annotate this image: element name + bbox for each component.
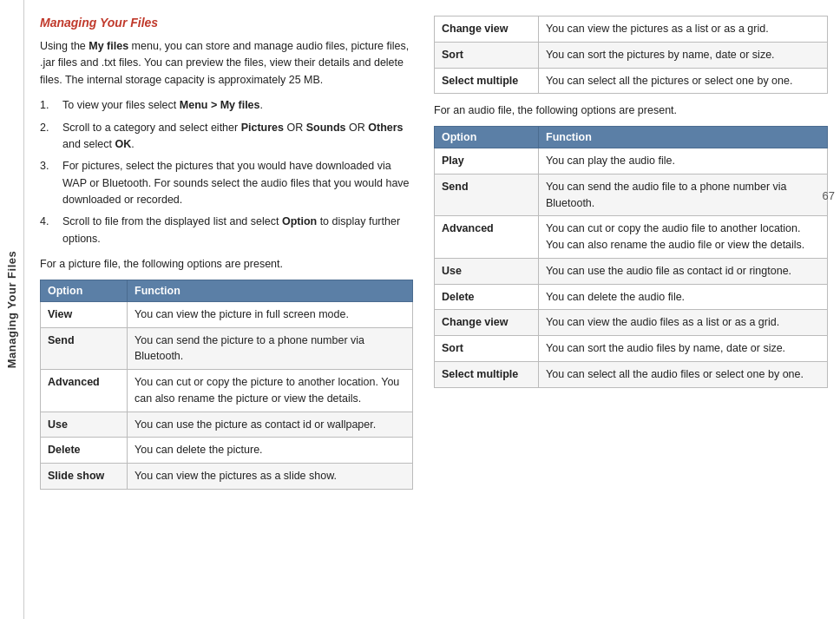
table-row: Play You can play the audio file. [435, 148, 828, 175]
function-change-view: You can view the pictures as a list or a… [539, 16, 828, 43]
option-delete-audio: Delete [435, 284, 539, 310]
option-send: Send [41, 327, 128, 370]
option-change-view: Change view [435, 16, 539, 43]
table-row: Select multiple You can select all the a… [435, 361, 828, 387]
function-view: You can view the picture in full screen … [128, 301, 413, 327]
picture-options-table-cont: Change view You can view the pictures as… [434, 16, 828, 94]
table-row: Advanced You can cut or copy the picture… [41, 370, 413, 412]
option-view: View [41, 301, 128, 327]
step-4: 4. Scroll to file from the displayed lis… [40, 214, 413, 247]
option-select-multiple-audio: Select multiple [435, 361, 539, 387]
function-delete-audio: You can delete the audio file. [539, 284, 828, 310]
step-3: 3. For pictures, select the pictures tha… [40, 158, 413, 208]
function-use: You can use the picture as contact id or… [128, 412, 413, 438]
table-row: Send You can send the picture to a phone… [41, 327, 413, 370]
table-row: Sort You can sort the audio files by nam… [435, 336, 828, 362]
option-send-audio: Send [435, 174, 539, 216]
option-sort-audio: Sort [435, 336, 539, 362]
before-audio-table-text: For an audio file, the following options… [434, 102, 828, 119]
side-tab: Managing Your Files [0, 0, 24, 619]
function-advanced: You can cut or copy the picture to anoth… [128, 370, 413, 412]
option-select-multiple: Select multiple [435, 68, 539, 94]
side-tab-label: Managing Your Files [5, 251, 18, 368]
page-number: 67 [823, 189, 835, 202]
table-row: Change view You can view the audio files… [435, 310, 828, 336]
table-row: Delete You can delete the picture. [41, 438, 413, 464]
option-advanced: Advanced [41, 370, 128, 412]
audio-table-header-function: Function [539, 127, 828, 148]
step-2: 2. Scroll to a category and select eithe… [40, 120, 413, 154]
function-slideshow: You can view the pictures as a slide sho… [128, 464, 413, 490]
function-delete: You can delete the picture. [128, 438, 413, 464]
option-use: Use [41, 412, 128, 438]
section-title: Managing Your Files [40, 16, 413, 30]
table-row: Send You can send the audio file to a ph… [435, 174, 828, 216]
steps-list: 1. To view your files select Menu > My f… [40, 97, 413, 247]
function-sort: You can sort the pictures by name, date … [539, 42, 828, 68]
table-row: Use You can use the audio file as contac… [435, 258, 828, 284]
table-row: Slide show You can view the pictures as … [41, 464, 413, 490]
step-1: 1. To view your files select Menu > My f… [40, 97, 413, 114]
option-slideshow: Slide show [41, 464, 128, 490]
function-play: You can play the audio file. [539, 148, 828, 175]
function-advanced-audio: You can cut or copy the audio file to an… [539, 216, 828, 259]
table-row: Advanced You can cut or copy the audio f… [435, 216, 828, 259]
function-select-multiple-audio: You can select all the audio files or se… [539, 361, 828, 387]
main-content: Managing Your Files Using the My files m… [24, 0, 840, 619]
picture-options-table: Option Function View You can view the pi… [40, 280, 413, 490]
audio-table-header-option: Option [435, 127, 539, 148]
picture-table-header-function: Function [128, 280, 413, 301]
picture-table-header-option: Option [41, 280, 128, 301]
function-send: You can send the picture to a phone numb… [128, 327, 413, 370]
audio-options-table: Option Function Play You can play the au… [434, 126, 828, 388]
table-row: View You can view the picture in full sc… [41, 301, 413, 327]
table-row: Delete You can delete the audio file. [435, 284, 828, 310]
option-sort: Sort [435, 42, 539, 68]
left-column: Managing Your Files Using the My files m… [40, 16, 413, 609]
table-row: Change view You can view the pictures as… [435, 16, 828, 43]
table-row: Sort You can sort the pictures by name, … [435, 42, 828, 68]
option-change-view-audio: Change view [435, 310, 539, 336]
function-change-view-audio: You can view the audio files as a list o… [539, 310, 828, 336]
function-sort-audio: You can sort the audio files by name, da… [539, 336, 828, 362]
function-send-audio: You can send the audio file to a phone n… [539, 174, 828, 216]
table-row: Select multiple You can select all the p… [435, 68, 828, 94]
option-use-audio: Use [435, 258, 539, 284]
intro-paragraph: Using the My files menu, you can store a… [40, 38, 413, 89]
function-select-multiple: You can select all the pictures or selec… [539, 68, 828, 94]
function-use-audio: You can use the audio file as contact id… [539, 258, 828, 284]
before-picture-table-text: For a picture file, the following option… [40, 256, 413, 273]
option-advanced-audio: Advanced [435, 216, 539, 259]
right-column: Change view You can view the pictures as… [434, 16, 828, 609]
table-row: Use You can use the picture as contact i… [41, 412, 413, 438]
option-delete: Delete [41, 438, 128, 464]
option-play: Play [435, 148, 539, 175]
